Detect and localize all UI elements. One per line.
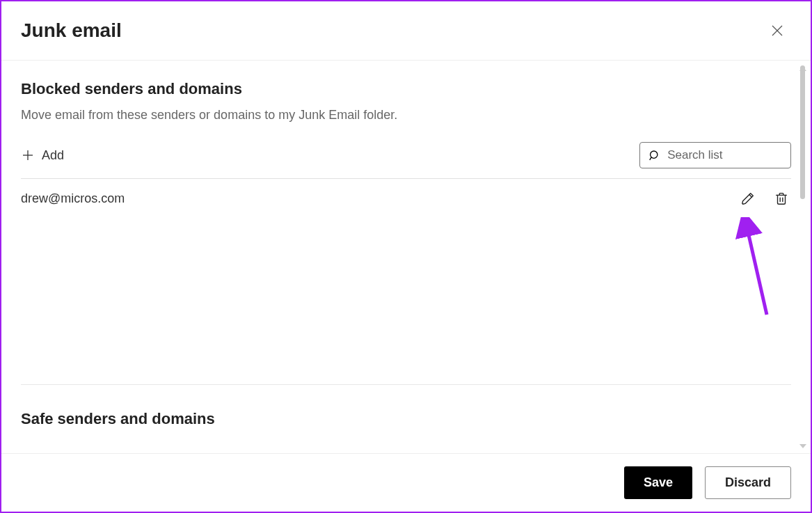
pencil-icon — [740, 191, 756, 206]
search-list-input-wrap[interactable] — [639, 142, 791, 168]
delete-button[interactable] — [772, 189, 791, 208]
blocked-toolbar: Add — [21, 142, 791, 179]
row-actions — [738, 189, 791, 208]
blocked-section-desc: Move email from these senders or domains… — [21, 108, 791, 123]
svg-line-5 — [650, 157, 652, 160]
discard-button[interactable]: Discard — [705, 466, 791, 499]
safe-section: Safe senders and domains — [21, 410, 791, 428]
dialog-footer: Save Discard — [1, 453, 811, 512]
plus-icon — [21, 148, 35, 162]
trash-icon — [774, 191, 789, 206]
scroll-arrow-down-icon[interactable] — [799, 444, 806, 448]
junk-email-dialog: Junk email Blocked senders and domains M… — [0, 0, 812, 513]
blocked-section-title: Blocked senders and domains — [21, 80, 791, 98]
close-icon — [770, 24, 784, 38]
add-button[interactable]: Add — [21, 144, 64, 167]
search-icon — [648, 148, 660, 162]
svg-line-6 — [749, 195, 752, 198]
dialog-content: Blocked senders and domains Move email f… — [1, 61, 811, 453]
save-button[interactable]: Save — [624, 466, 692, 499]
blocked-list: drew@micros.com — [21, 179, 791, 385]
close-button[interactable] — [763, 17, 791, 45]
edit-button[interactable] — [738, 189, 758, 208]
search-list-input[interactable] — [667, 148, 782, 162]
list-item: drew@micros.com — [21, 179, 791, 218]
blocked-email: drew@micros.com — [21, 191, 125, 206]
dialog-header: Junk email — [1, 1, 811, 61]
add-label: Add — [42, 148, 64, 163]
dialog-title: Junk email — [21, 19, 122, 42]
scrollbar-thumb[interactable] — [800, 65, 805, 199]
safe-section-title: Safe senders and domains — [21, 410, 791, 428]
